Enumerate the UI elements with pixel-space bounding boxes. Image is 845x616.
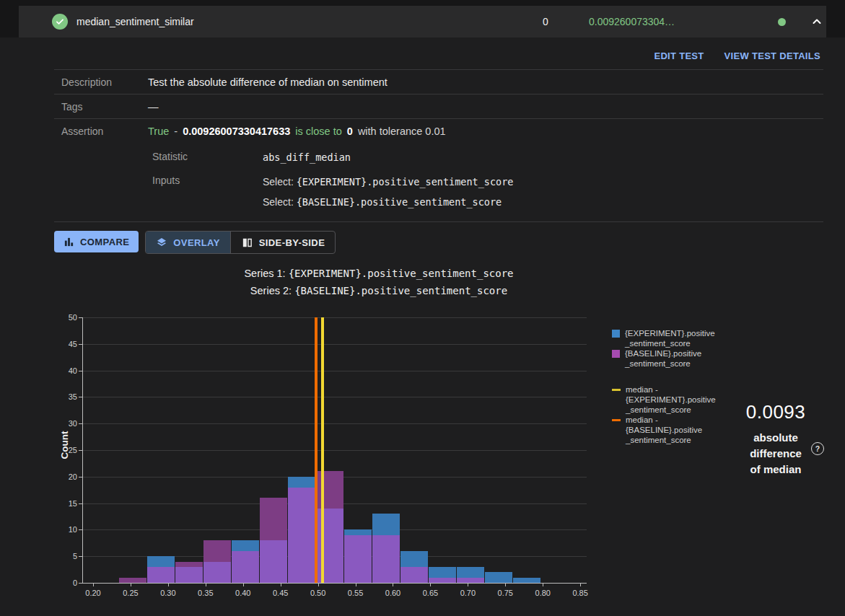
legend-line-swatch <box>612 419 621 421</box>
help-icon[interactable]: ? <box>811 442 824 455</box>
y-tick-label: 0 <box>50 578 77 587</box>
input-select-2: Select: {BASELINE}.positive_sentiment_sc… <box>263 196 502 208</box>
series-1-prefix: Series 1: <box>244 268 285 279</box>
x-tick-mark <box>393 583 393 586</box>
legend-label: {EXPERIMENT}.positive_sentiment_score <box>625 328 715 348</box>
x-tick-label: 0.30 <box>152 589 184 597</box>
histogram-bar-segment <box>232 540 259 551</box>
histogram-bar-segment <box>344 529 372 534</box>
y-tick-mark <box>79 423 82 424</box>
legend-line-swatch <box>612 389 621 391</box>
series-1-code: {EXPERIMENT}.positive_sentiment_score <box>289 268 514 279</box>
y-tick-label: 5 <box>50 552 77 560</box>
x-tick-label: 0.80 <box>527 589 559 597</box>
histogram-bar-segment <box>316 471 343 509</box>
y-tick-mark <box>79 477 82 478</box>
histogram-bar-segment <box>400 551 428 567</box>
median-line <box>315 317 318 583</box>
input-2-prefix: Select: <box>263 196 294 208</box>
statistic-label: Statistic <box>152 151 188 162</box>
legend-label-line: {BASELINE}.positive <box>626 425 702 435</box>
summary-stat: 0.0093 absolute difference of median <box>732 401 819 478</box>
histogram-bar-segment <box>147 567 175 583</box>
histogram-bar-segment <box>513 578 540 583</box>
histogram-bar-segment <box>429 578 456 583</box>
plot-area: 051015202530354045500.200.250.300.350.40… <box>82 317 587 584</box>
y-tick-label: 35 <box>50 392 77 401</box>
collapse-chevron-icon[interactable] <box>811 16 823 27</box>
histogram-bar-segment <box>400 567 428 583</box>
histogram-bar-segment <box>232 551 259 583</box>
x-tick-label: 0.60 <box>377 589 408 597</box>
assertion-row: Assertion True-0.00926007330417633is clo… <box>54 119 823 222</box>
legend-label: median -{EXPERIMENT}.positive_sentiment_… <box>626 384 716 415</box>
test-name: median_sentiment_similar <box>76 6 194 38</box>
gridline <box>83 317 587 318</box>
histogram-bar-segment <box>485 572 512 583</box>
y-tick-mark <box>79 503 82 504</box>
legend-label-line: median - <box>626 384 716 395</box>
summary-label: absolute difference of median <box>732 430 819 478</box>
chart-title-line-2: Series 2: {BASELINE}.positive_sentiment_… <box>0 282 758 299</box>
tags-value: — <box>148 101 159 113</box>
y-tick-label: 50 <box>50 313 77 322</box>
inputs-label: Inputs <box>152 175 180 186</box>
y-tick-mark <box>79 450 82 451</box>
y-tick-mark <box>79 344 82 345</box>
x-tick-label: 0.85 <box>564 589 596 597</box>
status-dot <box>778 18 786 26</box>
legend-square-swatch <box>612 350 620 358</box>
overlay-label: OVERLAY <box>173 237 219 248</box>
y-tick-mark <box>79 556 82 557</box>
histogram-bar-segment <box>175 567 203 583</box>
x-tick-mark <box>505 583 506 586</box>
overlay-toggle[interactable]: OVERLAY <box>146 232 229 253</box>
legend-item: {BASELINE}.positive_sentiment_score <box>612 348 738 369</box>
tags-label: Tags <box>61 101 148 113</box>
gridline <box>83 397 587 397</box>
assertion-target: 0 <box>347 126 353 137</box>
metric-value-left: 0 <box>535 6 556 38</box>
compare-label: COMPARE <box>80 237 129 247</box>
summary-value: 0.0093 <box>732 401 819 423</box>
bar-chart-icon <box>64 237 74 247</box>
view-test-details-link[interactable]: VIEW TEST DETAILS <box>724 50 820 61</box>
x-tick-label: 0.20 <box>77 589 109 597</box>
y-tick-mark <box>79 371 82 371</box>
x-tick-label: 0.70 <box>452 589 483 597</box>
assertion-dash: - <box>174 126 178 137</box>
assertion-relation: is close to <box>295 126 341 137</box>
chart-legend: {EXPERIMENT}.positive_sentiment_score{BA… <box>612 328 738 445</box>
x-tick-label: 0.35 <box>190 589 222 597</box>
legend-square-swatch <box>612 330 620 338</box>
histogram-bar-segment <box>175 562 203 567</box>
x-tick-mark <box>93 583 94 586</box>
series-2-code: {BASELINE}.positive_sentiment_score <box>294 285 507 296</box>
input-1-prefix: Select: <box>263 176 294 188</box>
x-tick-mark <box>430 583 431 586</box>
legend-label-line: {BASELINE}.positive <box>625 348 701 358</box>
legend-label: {BASELINE}.positive_sentiment_score <box>625 348 701 369</box>
x-tick-mark <box>543 583 543 586</box>
histogram-bar-segment <box>288 488 315 583</box>
gridline <box>83 423 587 424</box>
x-tick-mark <box>356 583 356 586</box>
side-by-side-toggle[interactable]: SIDE-BY-SIDE <box>230 232 335 253</box>
legend-item: median -{EXPERIMENT}.positive_sentiment_… <box>612 384 738 415</box>
x-tick-mark <box>243 583 244 586</box>
assertion-tolerance: with tolerance 0.01 <box>358 126 446 137</box>
histogram-bar-segment <box>344 535 372 583</box>
histogram-bar-segment <box>372 535 400 583</box>
legend-label-line: _sentiment_score <box>625 358 701 369</box>
x-tick-mark <box>580 583 581 586</box>
side-by-side-icon <box>241 237 253 249</box>
description-value: Test the absolute difference of median o… <box>148 76 388 88</box>
y-tick-mark <box>79 529 82 530</box>
y-tick-mark <box>79 583 82 584</box>
x-tick-label: 0.55 <box>340 589 372 597</box>
summary-label-line: difference <box>732 446 819 462</box>
x-tick-label: 0.65 <box>414 589 446 597</box>
edit-test-link[interactable]: EDIT TEST <box>654 50 704 61</box>
compare-button[interactable]: COMPARE <box>54 231 139 252</box>
test-row-header[interactable]: median_sentiment_similar 0 0.00926007330… <box>19 6 826 38</box>
